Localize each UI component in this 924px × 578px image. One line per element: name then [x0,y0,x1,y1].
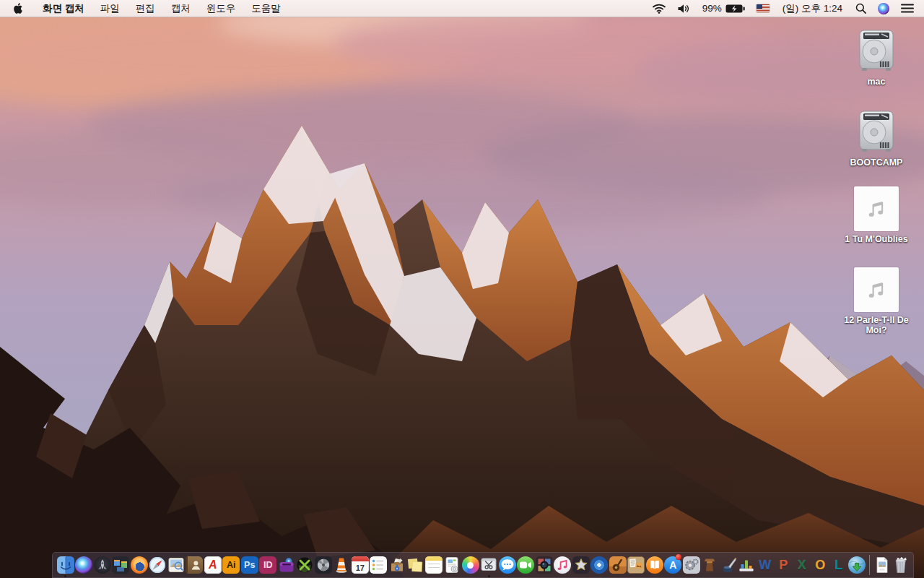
dock-vlc-icon[interactable] [333,552,352,578]
dock-pages-icon[interactable] [719,552,738,578]
hard-drive-icon [853,108,899,155]
dock-garageband-icon[interactable] [609,552,627,578]
dock-acrobat-reader-icon[interactable]: A [204,552,222,578]
input-source-menu-extra[interactable] [751,0,775,17]
apple-menu[interactable] [0,0,35,17]
dock-safari-icon[interactable] [149,552,167,578]
dock-word-icon[interactable]: W [756,552,775,578]
battery-menu-extra[interactable]: 99% [697,0,751,17]
battery-percent: 99% [702,3,722,14]
dock-contacts-icon[interactable] [186,552,204,578]
audio-file-icon [854,267,899,312]
dock-itunes-icon[interactable] [554,552,572,578]
dock-stuffit-expander-icon[interactable] [388,552,406,578]
dock-trash-full-icon[interactable] [892,552,910,578]
menu-clock: (일) 오후 1:24 [783,2,842,15]
dock-facetime-icon[interactable] [517,552,536,578]
desktop-icon-label: 1 Tu M'Oublies [840,234,912,244]
sierra-mountain-wallpaper [0,0,924,578]
dock-stickies-icon[interactable] [406,552,425,578]
siri-menu-extra[interactable] [872,0,895,17]
dock-indesign-icon[interactable]: ID [259,552,278,578]
dock-document-file-icon[interactable] [873,552,892,578]
notification-center-menu-extra[interactable] [895,0,924,17]
us-flag-icon [757,4,770,12]
siri-icon [878,3,889,14]
dock-imovie-icon[interactable] [572,552,590,578]
wifi-menu-extra[interactable] [647,0,671,17]
dock: AAiPsID17AWPXOL [52,552,914,578]
dock-reminders-icon[interactable] [370,552,388,578]
dock-messages-icon[interactable] [498,552,517,578]
hard-drive-icon [853,27,899,74]
desktop-icon-label: mac [840,77,912,87]
dock-ibooks-icon[interactable] [645,552,664,578]
dock-photos-icon[interactable] [461,552,480,578]
dock-outlook-icon[interactable]: O [811,552,830,578]
desktop-screen: 화면 캡처 파일 편집 캡처 윈도우 도움말 [0,0,924,578]
clock-menu-extra[interactable]: (일) 오후 1:24 [775,0,850,17]
dock-dvd-player-icon[interactable] [590,552,609,578]
dock-keynote-icon[interactable] [701,552,720,578]
dock-illustrator-icon[interactable]: Ai [222,552,241,578]
dock-x-media-player-icon[interactable] [296,552,315,578]
dock-siri-icon[interactable] [75,552,94,578]
dock-launchpad-icon[interactable] [93,552,112,578]
app-store-badge [676,554,681,560]
dock-powerpoint-icon[interactable]: P [775,552,793,578]
dock-numbers-icon[interactable] [738,552,757,578]
menu-bar-status: 99% (일) 오후 1:24 [647,0,924,17]
menu-bar: 화면 캡처 파일 편집 캡처 윈도우 도움말 [0,0,924,17]
dock-separator [866,552,873,578]
menu-file[interactable]: 파일 [92,2,128,15]
menu-window[interactable]: 윈도우 [199,2,244,15]
dock-system-preferences-icon[interactable] [682,552,701,578]
menu-edit[interactable]: 편집 [128,2,163,15]
desktop-icon-label: BOOTCAMP [840,158,912,168]
menu-capture[interactable]: 캡처 [163,2,199,15]
dock-app-store-icon[interactable]: A [664,552,683,578]
apple-logo-icon [14,3,23,14]
dock-preview-icon[interactable] [167,552,186,578]
menu-help[interactable]: 도움말 [243,2,289,15]
desktop-icon-label: 12 Parle-T-Il De Moi? [840,315,912,336]
volume-icon [677,4,691,14]
dock-globe-downloader-icon[interactable] [848,552,867,578]
dock-photo-booth-icon[interactable] [535,552,554,578]
menu-app-name[interactable]: 화면 캡처 [35,2,92,15]
dock-grab-screen-capture-icon[interactable] [480,552,499,578]
dock-finder-icon[interactable] [56,552,75,578]
dock-toast-titanium-icon[interactable] [277,552,296,578]
desktop-icon-audio-2[interactable]: 12 Parle-T-Il De Moi? [840,267,912,336]
dock-firefox-icon[interactable] [130,552,149,578]
spotlight-search-icon [855,3,866,14]
audio-file-icon [854,186,899,231]
dock-fan-control-icon[interactable] [314,552,333,578]
desktop-icon-bootcamp[interactable]: BOOTCAMP [840,108,912,168]
dock-calendar-icon[interactable]: 17 [351,552,370,578]
spotlight-menu-extra[interactable] [850,0,872,17]
dock-installer-icon[interactable] [443,552,462,578]
desktop-icon-audio-1[interactable]: 1 Tu M'Oublies [840,186,912,244]
dock-lync-icon[interactable]: L [829,552,848,578]
menu-bar-left: 화면 캡처 파일 편집 캡처 윈도우 도움말 [0,0,289,17]
dock-collage-board-icon[interactable] [627,552,646,578]
wifi-icon [653,4,666,14]
dock-notes-icon[interactable] [424,552,443,578]
volume-menu-extra[interactable] [671,0,697,17]
notification-center-icon [901,4,914,13]
dock-mission-control-icon[interactable] [112,552,131,578]
dock-photoshop-icon[interactable]: Ps [240,552,259,578]
battery-charging-icon [725,4,745,13]
dock-excel-icon[interactable]: X [793,552,811,578]
desktop-icon-mac[interactable]: mac [840,27,912,87]
